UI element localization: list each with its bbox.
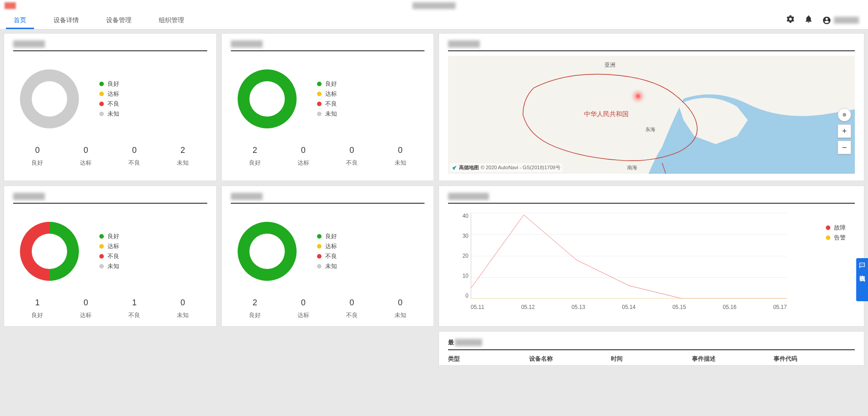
stat-label-good: 良好: [31, 159, 43, 167]
app-title-blur: [413, 2, 456, 9]
plot-area: [471, 213, 787, 299]
legend-dot-unknown: [99, 112, 104, 116]
stat-value-unknown: 0: [395, 298, 406, 308]
legend-dot-ok: [99, 92, 104, 96]
donut-legend: 良好达标不良未知: [99, 230, 207, 272]
legend-dot-bad: [317, 102, 322, 106]
nav-tab-0[interactable]: 首页: [0, 11, 40, 29]
stat-value-good: 1: [31, 298, 43, 308]
legend-label-unknown: 未知: [107, 110, 119, 118]
legend-dot-good: [99, 234, 104, 239]
panel-title-blur: [455, 339, 482, 346]
legend-label-bad: 不良: [325, 252, 337, 260]
legend-dot-warn: [826, 235, 830, 240]
legend-label-unknown: 未知: [107, 262, 119, 270]
stat-label-unknown: 未知: [395, 311, 406, 319]
legend-dot-ok: [317, 244, 322, 249]
donut-stats: 2良好0达标0不良0未知: [231, 146, 425, 167]
stat-label-ok: 达标: [297, 159, 309, 167]
navbar: 首页设备详情设备管理组织管理: [0, 11, 868, 29]
stat-label-good: 良好: [249, 311, 261, 319]
legend-dot-ok: [99, 244, 104, 249]
legend-dot-fault: [826, 225, 830, 230]
donut-chart: [20, 69, 79, 128]
svg-point-3: [862, 264, 862, 265]
stat-value-good: 2: [249, 298, 261, 308]
legend-dot-good: [317, 234, 322, 239]
event-col-2: 时间: [611, 355, 692, 363]
svg-point-4: [863, 264, 863, 265]
map-pin-icon[interactable]: [634, 92, 642, 100]
stat-value-ok: 0: [80, 146, 92, 155]
legend-dot-unknown: [317, 264, 322, 269]
stat-value-good: 0: [31, 146, 43, 155]
legend-dot-bad: [99, 102, 104, 106]
legend-label-warn: 告警: [834, 234, 846, 242]
stat-label-bad: 不良: [346, 311, 358, 319]
panel-title-blur: [448, 40, 480, 48]
panel-title-blur: [13, 193, 45, 200]
legend-dot-unknown: [99, 264, 104, 269]
stat-value-bad: 0: [346, 298, 358, 308]
donut-panel-4: 良好达标不良未知 2良好0达标0不良0未知: [221, 186, 434, 327]
username-blur: [834, 17, 859, 24]
user-icon[interactable]: [822, 16, 859, 25]
event-col-4: 事件代码: [774, 355, 855, 363]
map-zoom-out-button[interactable]: −: [838, 141, 851, 154]
map-locate-button[interactable]: [838, 108, 851, 122]
map-area[interactable]: 亚洲 中华人民共和国 东海 南海 + − 高德地图 © 2020 AutoNav…: [448, 56, 855, 174]
nav-tab-2[interactable]: 设备管理: [93, 11, 145, 29]
stat-value-unknown: 0: [395, 146, 406, 155]
online-chat-button[interactable]: 在线咨询: [856, 258, 868, 301]
stat-label-good: 良好: [31, 311, 43, 319]
stat-value-unknown: 2: [177, 146, 189, 155]
donut-chart: [238, 222, 297, 281]
nav-tab-3[interactable]: 组织管理: [145, 11, 198, 29]
stat-value-bad: 1: [128, 298, 140, 308]
panel-title-blur: [231, 40, 263, 48]
stat-label-good: 良好: [249, 159, 261, 167]
dashboard-content: 良好达标不良未知 0良好0达标0不良2未知 良好达标不良未知 2良好0达标0不良…: [0, 29, 868, 369]
nav-tabs: 首页设备详情设备管理组织管理: [0, 11, 198, 29]
donut-legend: 良好达标不良未知: [317, 230, 425, 272]
donut-chart: [20, 222, 79, 281]
map-sea-label: 东海: [645, 126, 655, 133]
line-legend: 故障 告警: [826, 222, 846, 244]
stat-label-ok: 达标: [80, 159, 92, 167]
nav-right: [786, 15, 859, 26]
map-zoom-in-button[interactable]: +: [838, 124, 851, 138]
stat-value-unknown: 0: [177, 298, 189, 308]
donut-chart: [238, 69, 297, 128]
map-panel: 亚洲 中华人民共和国 东海 南海 + − 高德地图 © 2020 AutoNav…: [439, 33, 864, 181]
svg-point-2: [861, 264, 861, 265]
x-axis: 05.1105.1205.1305.1405.1505.1605.17: [471, 304, 787, 310]
stat-label-bad: 不良: [128, 159, 140, 167]
stat-label-bad: 不良: [128, 311, 140, 319]
map-country-label: 中华人民共和国: [584, 110, 629, 118]
line-chart-area: 403020100 05.1105.1205.1305.1405.1505.16…: [448, 208, 855, 313]
nav-tab-1[interactable]: 设备详情: [40, 11, 93, 29]
map-nanhai-label: 南海: [627, 164, 637, 171]
donut-legend: 良好达标不良未知: [317, 78, 425, 120]
stat-label-bad: 不良: [346, 159, 358, 167]
legend-label-good: 良好: [107, 232, 119, 240]
stat-value-good: 2: [249, 146, 261, 155]
topbar: [0, 0, 868, 11]
donut-panel-3: 良好达标不良未知 1良好0达标1不良0未知: [4, 186, 217, 327]
gear-icon[interactable]: [786, 15, 795, 26]
donut-panel-2: 良好达标不良未知 2良好0达标0不良0未知: [221, 33, 434, 181]
stat-value-bad: 0: [346, 146, 358, 155]
event-table-headers: 类型设备名称时间事件描述事件代码: [448, 355, 855, 363]
map-attribution: 高德地图 © 2020 AutoNavi - GS(2018)1709号: [450, 163, 562, 172]
stat-label-unknown: 未知: [177, 311, 189, 319]
legend-label-good: 良好: [325, 80, 337, 88]
panel-title-blur: [231, 193, 263, 200]
map-continent-label: 亚洲: [605, 61, 615, 69]
legend-label-ok: 达标: [107, 242, 119, 250]
legend-label-good: 良好: [325, 232, 337, 240]
stat-value-bad: 0: [128, 146, 140, 155]
logo-icon: [5, 2, 16, 9]
legend-dot-bad: [317, 254, 322, 259]
bell-icon[interactable]: [804, 15, 813, 26]
svg-point-1: [844, 114, 845, 115]
